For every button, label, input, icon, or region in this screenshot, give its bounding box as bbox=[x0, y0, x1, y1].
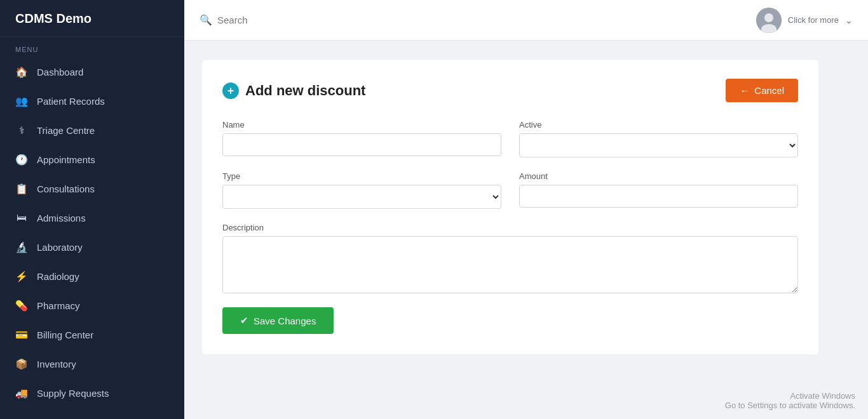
main-area: 🔍 Click for more ⌄ + Add new discount bbox=[184, 0, 868, 419]
sidebar-items: 🏠 Dashboard 👥 Patient Records ⚕ Triage C… bbox=[0, 57, 184, 408]
sidebar-item-laboratory[interactable]: 🔬 Laboratory bbox=[0, 232, 184, 262]
patient-records-icon: 👥 bbox=[15, 95, 28, 107]
pharmacy-icon: 💊 bbox=[15, 299, 28, 312]
chevron-down-icon[interactable]: ⌄ bbox=[845, 15, 853, 25]
save-label: Save Changes bbox=[254, 316, 316, 326]
active-select[interactable]: Yes No bbox=[519, 133, 798, 157]
sidebar-label-inventory: Inventory bbox=[37, 359, 76, 369]
sidebar-item-dashboard[interactable]: 🏠 Dashboard bbox=[0, 57, 184, 86]
amount-label: Amount bbox=[519, 171, 798, 181]
form-row-2: Type Percentage Fixed Amount bbox=[222, 171, 798, 209]
cancel-arrow-icon: ← bbox=[740, 85, 749, 96]
form-header: + Add new discount ← Cancel bbox=[222, 79, 798, 102]
add-icon: + bbox=[222, 83, 239, 99]
cancel-label: Cancel bbox=[754, 85, 784, 96]
sidebar-label-patient-records: Patient Records bbox=[37, 96, 105, 107]
admissions-icon: 🛏 bbox=[15, 211, 28, 224]
sidebar-item-radiology[interactable]: ⚡ Radiology bbox=[0, 262, 184, 291]
active-label: Active bbox=[519, 120, 798, 130]
sidebar-item-inventory[interactable]: 📦 Inventory bbox=[0, 349, 184, 378]
search-icon: 🔍 bbox=[200, 14, 212, 26]
type-group: Type Percentage Fixed bbox=[222, 171, 501, 209]
description-label: Description bbox=[222, 223, 798, 232]
billing-center-icon: 💳 bbox=[15, 328, 28, 341]
sidebar-item-patient-records[interactable]: 👥 Patient Records bbox=[0, 86, 184, 116]
main-content: + Add new discount ← Cancel Name Active bbox=[184, 41, 868, 419]
app-title: CDMS Demo bbox=[0, 0, 184, 37]
sidebar-item-triage-centre[interactable]: ⚕ Triage Centre bbox=[0, 116, 184, 145]
supply-requests-icon: 🚚 bbox=[15, 387, 28, 399]
type-label: Type bbox=[222, 171, 501, 181]
sidebar-label-triage-centre: Triage Centre bbox=[37, 125, 95, 136]
sidebar-label-appointments: Appointments bbox=[37, 154, 95, 165]
form-title-area: + Add new discount bbox=[222, 83, 365, 99]
sidebar-item-consultations[interactable]: 📋 Consultations bbox=[0, 174, 184, 203]
dashboard-icon: 🏠 bbox=[15, 65, 28, 78]
appointments-icon: 🕐 bbox=[15, 153, 28, 166]
header-right: Click for more ⌄ bbox=[756, 8, 853, 33]
svg-point-1 bbox=[764, 13, 773, 22]
sidebar-label-pharmacy: Pharmacy bbox=[37, 300, 80, 311]
consultations-icon: 📋 bbox=[15, 182, 28, 195]
form-row-3: Description bbox=[222, 223, 798, 293]
triage-centre-icon: ⚕ bbox=[15, 124, 28, 136]
sidebar-menu-label: MENU bbox=[0, 37, 184, 57]
name-group: Name bbox=[222, 120, 501, 157]
avatar[interactable] bbox=[756, 8, 782, 33]
save-button[interactable]: ✔ Save Changes bbox=[222, 307, 334, 334]
add-discount-card: + Add new discount ← Cancel Name Active bbox=[202, 60, 818, 354]
sidebar-label-radiology: Radiology bbox=[37, 271, 79, 282]
amount-input[interactable] bbox=[519, 185, 798, 208]
radiology-icon: ⚡ bbox=[15, 270, 28, 283]
sidebar-label-billing-center: Billing Center bbox=[37, 329, 93, 340]
description-textarea[interactable] bbox=[222, 236, 798, 293]
save-check-icon: ✔ bbox=[240, 315, 248, 326]
sidebar-label-consultations: Consultations bbox=[37, 183, 95, 194]
search-area: 🔍 bbox=[200, 14, 749, 26]
type-select[interactable]: Percentage Fixed bbox=[222, 185, 501, 209]
sidebar-item-appointments[interactable]: 🕐 Appointments bbox=[0, 145, 184, 174]
cancel-button[interactable]: ← Cancel bbox=[726, 79, 798, 102]
name-label: Name bbox=[222, 120, 501, 130]
sidebar-item-pharmacy[interactable]: 💊 Pharmacy bbox=[0, 291, 184, 320]
sidebar-label-laboratory: Laboratory bbox=[37, 242, 83, 253]
search-input[interactable] bbox=[217, 15, 357, 25]
form-row-1: Name Active Yes No bbox=[222, 120, 798, 157]
sidebar: CDMS Demo MENU 🏠 Dashboard 👥 Patient Rec… bbox=[0, 0, 184, 419]
top-header: 🔍 Click for more ⌄ bbox=[184, 0, 868, 41]
sidebar-label-dashboard: Dashboard bbox=[37, 67, 83, 77]
sidebar-item-admissions[interactable]: 🛏 Admissions bbox=[0, 203, 184, 232]
inventory-icon: 📦 bbox=[15, 357, 28, 370]
description-group: Description bbox=[222, 223, 798, 293]
laboratory-icon: 🔬 bbox=[15, 241, 28, 253]
name-input[interactable] bbox=[222, 133, 501, 156]
form-title: Add new discount bbox=[245, 83, 365, 99]
sidebar-label-supply-requests: Supply Requests bbox=[37, 388, 109, 399]
sidebar-item-supply-requests[interactable]: 🚚 Supply Requests bbox=[0, 378, 184, 408]
sidebar-label-admissions: Admissions bbox=[37, 213, 86, 223]
sidebar-item-billing-center[interactable]: 💳 Billing Center bbox=[0, 320, 184, 349]
click-for-more-label[interactable]: Click for more bbox=[788, 15, 839, 25]
active-group: Active Yes No bbox=[519, 120, 798, 157]
amount-group: Amount bbox=[519, 171, 798, 209]
